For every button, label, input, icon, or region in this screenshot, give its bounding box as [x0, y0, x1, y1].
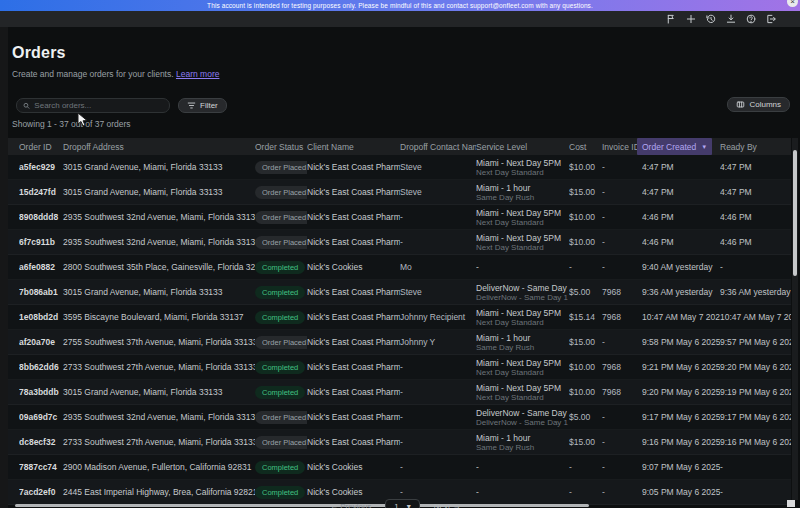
table-row[interactable]: 1e08bd2d 3595 Biscayne Boulevard, Miami,…	[8, 305, 791, 330]
previous-page-button[interactable]: ← Previous	[330, 499, 371, 508]
service-level-name: DeliverNow - Same Day 1 hr	[476, 408, 564, 418]
cell-invoice-id: -	[602, 462, 642, 472]
column-header-client-name[interactable]: Client Name	[307, 138, 400, 155]
search-input[interactable]	[34, 101, 163, 110]
cell-cost: $10.00	[569, 212, 602, 222]
status-badge: Order Placed	[255, 186, 307, 199]
column-header-invoice-id[interactable]: Invoice ID	[602, 138, 642, 155]
cell-dropoff-address: 3015 Grand Avenue, Miami, Florida 33133	[63, 287, 255, 297]
cell-service-level: Miami - 1 hour Same Day Rush	[476, 183, 569, 202]
help-icon[interactable]	[745, 14, 756, 25]
cell-order-id: a5fec929	[19, 162, 63, 172]
cell-client-name: Nick's East Coast Pharmacy	[307, 362, 400, 372]
download-icon[interactable]	[725, 14, 736, 25]
cell-order-created: 9:58 PM May 6 2025	[642, 337, 720, 347]
cell-order-id: 1e08bd2d	[19, 312, 63, 322]
columns-button[interactable]: Columns	[727, 97, 790, 112]
table-row[interactable]: 8908ddd8 2935 Southwest 32nd Avenue, Mia…	[8, 205, 791, 230]
horizontal-scrollbar-thumb[interactable]	[15, 504, 589, 507]
columns-button-label: Columns	[749, 100, 781, 109]
cell-order-id: 8bb62dd6	[19, 362, 63, 372]
table-row[interactable]: 09a69d7c 2935 Southwest 32nd Avenue, Mia…	[8, 405, 791, 430]
cell-service-level: DeliverNow - Same Day 1 hr DeliverNow - …	[476, 283, 569, 302]
cell-service-level: Miami - Next Day 5PM Next Day Standard	[476, 358, 569, 377]
column-header-order-status[interactable]: Order Status	[255, 138, 307, 155]
status-badge: Completed	[255, 286, 305, 299]
cell-dropoff-address: 2755 Southwest 37th Avenue, Miami, Flori…	[63, 337, 255, 347]
column-header-ready-by[interactable]: Ready By	[720, 138, 791, 155]
table-row[interactable]: a5fec929 3015 Grand Avenue, Miami, Flori…	[8, 155, 791, 180]
column-header-order-created[interactable]: Order Created▾	[637, 138, 712, 155]
service-level-name: Miami - Next Day 5PM	[476, 308, 564, 318]
service-level-type: DeliverNow - Same Day 1 hr	[476, 418, 564, 427]
table-row[interactable]: af20a70e 2755 Southwest 37th Avenue, Mia…	[8, 330, 791, 355]
cell-dropoff-address: 2935 Southwest 32nd Avenue, Miami, Flori…	[63, 412, 255, 422]
table-row[interactable]: 7887cc74 2900 Madison Avenue, Fullerton,…	[8, 455, 791, 480]
add-icon[interactable]	[685, 14, 696, 25]
table-row[interactable]: 8bb62dd6 2733 Southwest 27th Avenue, Mia…	[8, 355, 791, 380]
cell-client-name: Nick's East Coast Pharmacy	[307, 412, 400, 422]
cell-dropoff-address: 3015 Grand Avenue, Miami, Florida 33133	[63, 387, 255, 397]
service-level-type: Same Day Rush	[476, 343, 564, 352]
learn-more-link[interactable]: Learn more	[176, 69, 219, 79]
cell-dropoff-contact-name: -	[400, 212, 476, 222]
test-mode-banner: This account is intended for testing pur…	[0, 0, 800, 11]
column-header-service-level[interactable]: Service Level	[476, 138, 569, 155]
table-row[interactable]: dc8ecf32 2733 Southwest 27th Avenue, Mia…	[8, 430, 791, 455]
cell-dropoff-address: 2935 Southwest 32nd Avenue, Miami, Flori…	[63, 237, 255, 247]
cell-ready-by: 9:17 PM May 6 2025	[720, 412, 791, 422]
status-badge: Completed	[255, 261, 305, 274]
service-level-type: Same Day Rush	[476, 193, 564, 202]
cell-service-level: -	[476, 487, 569, 497]
service-level-name: -	[476, 487, 564, 497]
cell-order-status: Order Placed	[255, 336, 307, 349]
cell-service-level: Miami - 1 hour Same Day Rush	[476, 333, 569, 352]
table-row[interactable]: 78a3bddb 3015 Grand Avenue, Miami, Flori…	[8, 380, 791, 405]
column-header-order-id[interactable]: Order ID	[19, 138, 63, 155]
table-row[interactable]: 15d247fd 3015 Grand Avenue, Miami, Flori…	[8, 180, 791, 205]
cell-order-id: a6fe0882	[19, 262, 63, 272]
logout-icon[interactable]	[765, 14, 776, 25]
status-badge: Order Placed	[255, 161, 307, 174]
cell-ready-by: 9:20 PM May 6 2025	[720, 362, 791, 372]
cell-cost: $15.14	[569, 312, 602, 322]
flag-icon[interactable]	[665, 14, 676, 25]
cell-order-status: Completed	[255, 461, 307, 474]
banner-close-icon[interactable]: ×	[787, 0, 798, 7]
cell-cost: $5.00	[569, 412, 602, 422]
cell-invoice-id: -	[602, 237, 642, 247]
service-level-name: -	[476, 462, 564, 472]
service-level-name: Miami - 1 hour	[476, 433, 564, 443]
table-row[interactable]: 7b086ab1 3015 Grand Avenue, Miami, Flori…	[8, 280, 791, 305]
column-header-dropoff-address[interactable]: Dropoff Address	[63, 138, 255, 155]
cell-dropoff-contact-name: -	[400, 437, 476, 447]
vertical-scrollbar-thumb[interactable]	[793, 150, 798, 276]
column-header-cost[interactable]: Cost	[569, 138, 602, 155]
cell-client-name: Nick's Cookies	[307, 487, 400, 497]
cell-order-id: 7887cc74	[19, 462, 63, 472]
cell-ready-by: -	[720, 462, 791, 472]
table-row[interactable]: 6f7c911b 2935 Southwest 32nd Avenue, Mia…	[8, 230, 791, 255]
cell-cost: -	[569, 262, 602, 272]
table-row[interactable]: a6fe0882 2800 Southwest 35th Place, Gain…	[8, 255, 791, 280]
cell-dropoff-address: 3015 Grand Avenue, Miami, Florida 33133	[63, 187, 255, 197]
cell-order-created: 9:20 PM May 6 2025	[642, 387, 720, 397]
cell-order-created: 4:47 PM	[642, 187, 720, 197]
cell-cost: -	[569, 462, 602, 472]
next-page-button[interactable]: Next →	[434, 499, 461, 508]
page-number-select[interactable]: 1 ▾	[385, 499, 419, 508]
page-subtitle: Create and manage orders for your client…	[12, 69, 219, 79]
filter-button[interactable]: Filter	[178, 98, 227, 113]
cell-cost: $10.00	[569, 362, 602, 372]
cell-invoice-id: -	[602, 412, 642, 422]
column-header-dropoff-contact-name[interactable]: Dropoff Contact Name	[400, 138, 476, 155]
cell-dropoff-contact-name: -	[400, 237, 476, 247]
status-badge: Completed	[255, 361, 305, 374]
cell-ready-by: 9:16 PM May 6 2025	[720, 437, 791, 447]
history-icon[interactable]	[705, 14, 716, 25]
status-badge: Completed	[255, 486, 305, 499]
cell-invoice-id: -	[602, 337, 642, 347]
cell-dropoff-address: 2900 Madison Avenue, Fullerton, Californ…	[63, 462, 255, 472]
search-box[interactable]	[16, 98, 170, 113]
top-toolbar	[0, 11, 800, 27]
